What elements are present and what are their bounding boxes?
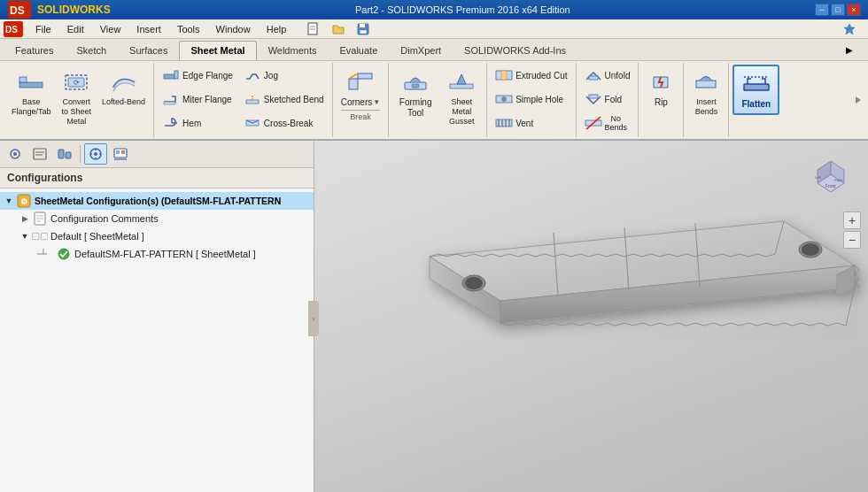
unfold-button[interactable]: Unfold (580, 65, 635, 88)
rip-button[interactable]: Rip (642, 65, 679, 111)
svg-rect-27 (412, 84, 419, 88)
ribbon-group-main: BaseFlange/Tab ⟳ Convertto SheetMetal Lo… (4, 63, 154, 137)
insert-bends-button[interactable]: InsertBends (687, 65, 725, 120)
feature-manager-button[interactable] (84, 143, 107, 165)
zoom-out-button[interactable]: − (843, 231, 861, 249)
corners-button[interactable]: Corners ▼ Break (337, 65, 385, 126)
link-icon (35, 247, 53, 261)
save-button[interactable] (352, 19, 375, 40)
svg-point-54 (94, 152, 97, 156)
default-config-item[interactable]: ▼ Default [ SheetMetal ] (0, 227, 314, 245)
lofted-bend-button[interactable]: Lofted-Bend (97, 65, 150, 111)
flat-pattern-item[interactable]: DefaultSM-FLAT-PATTERN [ SheetMetal ] (0, 245, 314, 263)
menu-insert[interactable]: Insert (129, 22, 168, 36)
ribbon-right-arrow[interactable] (854, 63, 864, 137)
flatten-icon (742, 70, 771, 98)
tab-evaluate[interactable]: Evaluate (328, 41, 389, 60)
svg-rect-61 (121, 150, 125, 154)
viewport[interactable]: Front Left Right + − (314, 141, 868, 492)
sketched-bend-button[interactable]: Sketched Bend (239, 88, 329, 111)
svg-marker-10 (844, 24, 855, 35)
tab-addins[interactable]: SOLIDWORKS Add-Ins (453, 41, 577, 60)
jog-button[interactable]: Jog (239, 65, 329, 88)
ribbon-group-bends-items: Unfold Fold NoBends (580, 65, 635, 135)
root-expand-arrow[interactable]: ▼ (2, 196, 16, 205)
ribbon-group-cuts-items: Extruded Cut Simple Hole Vent (491, 65, 571, 135)
svg-rect-48 (34, 149, 46, 159)
sw-logo-title: DS SOLIDWORKS (7, 0, 111, 19)
fold-button[interactable]: Fold (580, 88, 635, 111)
cross-break-label: Cross-Break (264, 119, 314, 129)
config-manager-button[interactable] (53, 143, 76, 165)
miter-flange-button[interactable]: Miter Flange (158, 88, 237, 111)
cross-break-button[interactable]: Cross-Break (239, 112, 329, 135)
zoom-in-button[interactable]: + (843, 211, 861, 229)
forming-tool-button[interactable]: FormingTool (392, 65, 438, 122)
vent-button[interactable]: Vent (491, 112, 571, 135)
tab-dimxpert[interactable]: DimXpert (389, 41, 453, 60)
minimize-button[interactable]: − (815, 4, 829, 16)
menu-view[interactable]: View (93, 22, 128, 36)
default-config-arrow[interactable]: ▼ (18, 232, 32, 241)
simple-hole-button[interactable]: Simple Hole (491, 88, 571, 111)
config-comments-arrow[interactable]: ▶ (18, 214, 32, 223)
sheet-metal-gusset-label: SheetMetalGusset (449, 97, 475, 126)
menu-file[interactable]: File (28, 22, 58, 36)
ribbon-group-bends: Unfold Fold NoBends (577, 63, 639, 137)
flanges-left-col: Edge Flange Miter Flange Hem (158, 65, 237, 135)
close-button[interactable]: × (847, 4, 861, 16)
tab-features[interactable]: Features (4, 41, 65, 60)
ribbon-group-forming-items: FormingTool SheetMetalGusset (392, 65, 483, 135)
maximize-button[interactable]: □ (831, 4, 845, 16)
corners-dropdown-arrow[interactable]: ▼ (373, 98, 380, 107)
configurations-title: Configurations (7, 172, 82, 184)
svg-rect-39 (589, 76, 598, 80)
extruded-cut-button[interactable]: Extruded Cut (491, 65, 571, 88)
new-button[interactable] (302, 19, 325, 40)
ribbon: Features Sketch Surfaces Sheet Metal Wel… (0, 39, 868, 141)
menu-tools[interactable]: Tools (170, 22, 207, 36)
sheet-metal-gusset-button[interactable]: SheetMetalGusset (440, 65, 483, 129)
svg-rect-52 (66, 152, 71, 158)
sw-small-logo-icon: DS (4, 21, 23, 37)
tab-sheetmetal[interactable]: Sheet Metal (179, 41, 256, 60)
convert-button[interactable]: ⟳ Convertto SheetMetal (58, 65, 97, 129)
base-flange-icon (17, 68, 45, 96)
menu-edit[interactable]: Edit (60, 22, 91, 36)
menu-help[interactable]: Help (260, 22, 294, 36)
break-button[interactable]: Break (341, 110, 381, 122)
property-manager-button[interactable] (28, 143, 51, 165)
vent-label: Vent (515, 119, 533, 129)
sheet-metal-gusset-icon (447, 68, 476, 96)
tab-sketch[interactable]: Sketch (65, 41, 118, 60)
motion-manager-button[interactable] (4, 143, 27, 165)
view-cube[interactable]: Front Left Right (804, 148, 857, 201)
root-icon: ⚙ (16, 194, 32, 208)
tab-surfaces[interactable]: Surfaces (118, 41, 179, 60)
edge-flange-button[interactable]: Edge Flange (158, 65, 237, 88)
left-panel: Configurations ▼ ⚙ SheetMetal Configurat… (0, 141, 314, 492)
configurations-header: Configurations (0, 168, 314, 188)
no-bends-button[interactable]: NoBends (580, 112, 635, 135)
svg-text:Right: Right (834, 178, 843, 182)
hem-button[interactable]: Hem (158, 112, 237, 135)
svg-text:Left: Left (815, 175, 822, 180)
panel-collapse-handle[interactable]: › (308, 301, 319, 336)
ribbon-group-flatten: Flatten (729, 63, 783, 137)
tab-weldments[interactable]: Weldments (257, 41, 329, 60)
svg-rect-12 (19, 77, 27, 82)
svg-marker-29 (457, 74, 466, 84)
menu-window[interactable]: Window (209, 22, 258, 36)
flatten-button[interactable]: Flatten (732, 65, 779, 115)
view-controls: + − (843, 211, 861, 249)
ribbon-arrow-right[interactable]: ▶ (838, 39, 861, 60)
pin-button[interactable] (838, 19, 861, 40)
svg-rect-23 (349, 79, 358, 89)
base-flange-button[interactable]: BaseFlange/Tab (7, 65, 56, 120)
display-manager-button[interactable] (109, 143, 132, 165)
open-button[interactable] (327, 19, 350, 40)
tree-root-item[interactable]: ▼ ⚙ SheetMetal Configuration(s) (Default… (0, 192, 314, 210)
config-comments-item[interactable]: ▶ Configuration Comments (0, 210, 314, 227)
menu-bar: DS File Edit View Insert Tools Window He… (0, 19, 868, 39)
miter-flange-icon (162, 91, 180, 109)
